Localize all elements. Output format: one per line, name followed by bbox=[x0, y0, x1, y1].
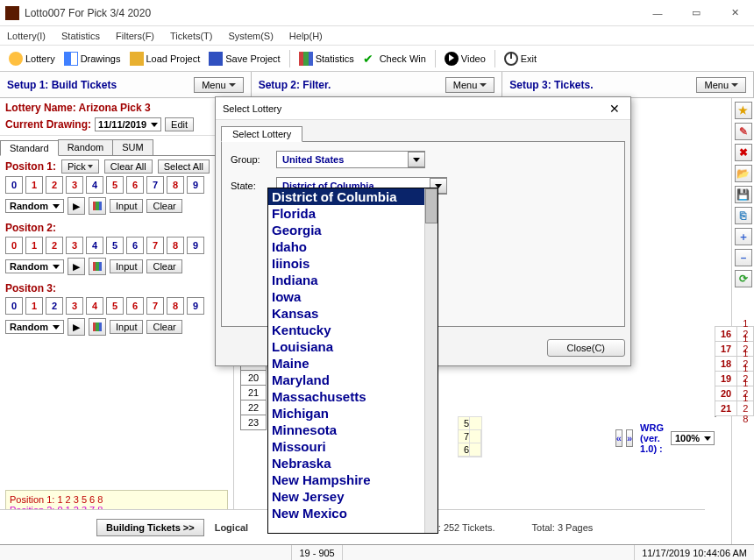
go-icon[interactable]: ▶ bbox=[68, 318, 85, 336]
digit[interactable]: 7 bbox=[146, 297, 164, 315]
dialog-close-button[interactable]: Close(C) bbox=[547, 339, 625, 357]
digit[interactable]: 3 bbox=[66, 176, 83, 194]
digit[interactable]: 6 bbox=[126, 237, 144, 254]
close-button[interactable]: ✕ bbox=[715, 1, 754, 25]
group-select[interactable]: United States bbox=[276, 151, 425, 168]
dd-item[interactable]: Iowa bbox=[268, 288, 437, 305]
dialog-tab[interactable]: Select Lottery bbox=[221, 126, 302, 142]
ri-edit-icon[interactable]: ✎ bbox=[735, 123, 752, 140]
tb-exit[interactable]: Exit bbox=[501, 50, 540, 67]
digit[interactable]: 9 bbox=[187, 297, 204, 315]
digit[interactable]: 5 bbox=[106, 176, 124, 194]
ri-save-icon[interactable]: 💾 bbox=[735, 186, 752, 203]
ri-open-icon[interactable]: 📂 bbox=[735, 165, 752, 182]
tab-random[interactable]: Random bbox=[58, 139, 114, 155]
digit[interactable]: 1 bbox=[25, 237, 43, 254]
menu-tickets[interactable]: Tickets(T) bbox=[170, 31, 212, 41]
step2-menu[interactable]: Menu bbox=[445, 77, 495, 93]
step1-menu[interactable]: Menu bbox=[194, 77, 244, 93]
edit-button[interactable]: Edit bbox=[165, 117, 194, 131]
nav-next[interactable]: » bbox=[626, 429, 633, 447]
menu-filters[interactable]: Filters(F) bbox=[116, 31, 154, 41]
dd-item[interactable]: Florida bbox=[268, 205, 437, 222]
minimize-button[interactable]: — bbox=[638, 1, 677, 25]
dd-item[interactable]: Massachusetts bbox=[268, 388, 437, 405]
digit[interactable]: 6 bbox=[126, 297, 144, 315]
dd-item[interactable]: Missouri bbox=[268, 438, 437, 455]
clear-button-3[interactable]: Clear bbox=[146, 320, 181, 334]
dd-item[interactable]: New Mexico bbox=[268, 505, 437, 521]
chart-icon[interactable] bbox=[89, 258, 106, 275]
dd-item[interactable]: Iiinois bbox=[268, 255, 437, 272]
dd-item[interactable]: Maryland bbox=[268, 372, 437, 388]
dd-item[interactable]: Kentucky bbox=[268, 322, 437, 338]
step3-menu[interactable]: Menu bbox=[696, 77, 746, 93]
random-select-2[interactable]: Random bbox=[5, 259, 64, 273]
menu-system[interactable]: System(S) bbox=[229, 31, 274, 41]
digit[interactable]: 2 bbox=[46, 176, 63, 194]
digit[interactable]: 1 bbox=[25, 297, 43, 315]
ri-star-icon[interactable]: ★ bbox=[735, 102, 752, 119]
dd-item[interactable]: New Hampshire bbox=[268, 471, 437, 488]
ri-add-icon[interactable]: ＋ bbox=[735, 228, 752, 245]
digit[interactable]: 2 bbox=[46, 297, 63, 315]
tb-drawings[interactable]: Drawings bbox=[60, 50, 124, 67]
dd-item[interactable]: Minnesota bbox=[268, 422, 437, 438]
dd-item[interactable]: Indiana bbox=[268, 272, 437, 288]
dd-item[interactable]: Maine bbox=[268, 355, 437, 372]
digit[interactable]: 4 bbox=[86, 297, 103, 315]
clear-button-1[interactable]: Clear bbox=[146, 199, 181, 213]
ri-copy-icon[interactable]: ⎘ bbox=[735, 207, 752, 224]
ri-delete-icon[interactable]: ✖ bbox=[735, 144, 752, 161]
digit[interactable]: 7 bbox=[146, 176, 164, 194]
maximize-button[interactable]: ▭ bbox=[677, 1, 715, 25]
digit[interactable]: 9 bbox=[187, 237, 204, 254]
tab-sum[interactable]: SUM bbox=[112, 139, 153, 155]
digit[interactable]: 3 bbox=[66, 297, 83, 315]
dd-item[interactable]: Louisiana bbox=[268, 338, 437, 355]
ri-minus-icon[interactable]: － bbox=[735, 249, 752, 266]
digit[interactable]: 8 bbox=[167, 176, 184, 194]
digit[interactable]: 7 bbox=[146, 237, 164, 254]
tb-video[interactable]: Video bbox=[441, 50, 489, 67]
dd-item[interactable]: Georgia bbox=[268, 222, 437, 238]
menu-lottery[interactable]: Lottery(I) bbox=[7, 31, 46, 41]
digit[interactable]: 8 bbox=[167, 237, 184, 254]
dd-item[interactable]: New Jersey bbox=[268, 488, 437, 505]
dd-item[interactable]: Michigan bbox=[268, 405, 437, 422]
random-select-1[interactable]: Random bbox=[5, 199, 64, 213]
nav-prev[interactable]: « bbox=[615, 429, 622, 447]
menu-statistics[interactable]: Statistics bbox=[61, 31, 100, 41]
digit[interactable]: 0 bbox=[5, 176, 23, 194]
state-dropdown[interactable]: District of Columbia Florida Georgia Ida… bbox=[267, 188, 438, 534]
tb-load-project[interactable]: Load Project bbox=[126, 50, 204, 67]
tb-lottery[interactable]: Lottery bbox=[5, 50, 59, 67]
dropdown-scrollbar[interactable] bbox=[424, 188, 437, 533]
tab-standard[interactable]: Standard bbox=[0, 140, 59, 156]
input-button-3[interactable]: Input bbox=[110, 320, 143, 334]
dd-item[interactable]: Kansas bbox=[268, 305, 437, 322]
digit[interactable]: 6 bbox=[126, 176, 144, 194]
pick-button-1[interactable]: Pick bbox=[61, 159, 99, 174]
dd-item[interactable]: District of Columbia bbox=[268, 188, 437, 205]
digit[interactable]: 3 bbox=[66, 237, 83, 254]
chart-icon[interactable] bbox=[89, 318, 106, 336]
input-button-1[interactable]: Input bbox=[110, 199, 143, 213]
digit[interactable]: 8 bbox=[167, 297, 184, 315]
go-icon[interactable]: ▶ bbox=[68, 197, 85, 215]
digit[interactable]: 0 bbox=[5, 297, 23, 315]
dd-item[interactable]: Nebraska bbox=[268, 455, 437, 471]
digit[interactable]: 4 bbox=[86, 176, 103, 194]
ri-refresh-icon[interactable]: ⟳ bbox=[735, 270, 752, 287]
digit[interactable]: 0 bbox=[5, 237, 23, 254]
building-tickets-button[interactable]: Building Tickets >> bbox=[96, 519, 204, 536]
menu-help[interactable]: Help(H) bbox=[289, 31, 323, 41]
digit[interactable]: 2 bbox=[46, 237, 63, 254]
tb-statistics[interactable]: Statistics bbox=[295, 50, 358, 67]
digit[interactable]: 5 bbox=[106, 237, 124, 254]
select-all-button-1[interactable]: Select All bbox=[158, 159, 210, 174]
go-icon[interactable]: ▶ bbox=[68, 258, 85, 275]
chart-icon[interactable] bbox=[89, 197, 106, 215]
clear-all-button-1[interactable]: Clear All bbox=[104, 159, 153, 174]
dd-item[interactable]: Idaho bbox=[268, 238, 437, 255]
